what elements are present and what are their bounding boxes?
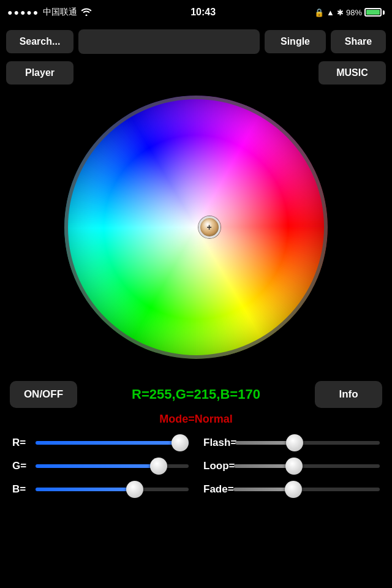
g-slider[interactable] <box>36 464 189 468</box>
crosshair-icon: + <box>206 222 211 232</box>
carrier-label: 中国联通 <box>43 7 77 18</box>
wifi-icon <box>81 7 92 18</box>
music-button[interactable]: MUSIC <box>318 61 386 85</box>
single-button[interactable]: Single <box>265 30 326 53</box>
b-slider[interactable] <box>36 488 189 491</box>
lock-icon: 🔒 <box>314 8 324 17</box>
fade-label: Fade= <box>203 483 228 496</box>
g-label: G= <box>12 460 31 472</box>
time-display: 10:43 <box>190 7 216 18</box>
color-wheel-wrapper[interactable]: + <box>64 96 328 359</box>
b-slider-row: B= <box>12 483 189 496</box>
battery-icon <box>364 8 385 17</box>
loop-slider-row: Loop= <box>203 460 380 472</box>
battery-percent: 98% <box>346 8 362 17</box>
search-button[interactable]: Search... <box>6 30 74 53</box>
flash-slider-row: Flash= <box>203 437 380 449</box>
rgb-values: R=255,G=215,B=170 <box>77 386 315 402</box>
status-right: 🔒 ▲ ✱ 98% <box>314 8 385 17</box>
b-label: B= <box>12 483 31 496</box>
r-slider[interactable] <box>36 441 189 445</box>
sliders-grid: R= Flash= G= Loop= B= Fade= <box>10 437 382 496</box>
loop-slider[interactable] <box>234 464 380 468</box>
loop-label: Loop= <box>203 460 229 472</box>
color-picker-handle[interactable]: + <box>198 216 221 238</box>
share-button[interactable]: Share <box>331 30 386 53</box>
fade-slider-row: Fade= <box>203 483 380 496</box>
rgb-row: ON/OFF R=255,G=215,B=170 Info <box>10 381 382 408</box>
r-slider-row: R= <box>12 437 189 449</box>
middle-button[interactable] <box>78 29 260 54</box>
signal-dots: ●●●●● <box>7 7 39 17</box>
status-bar: ●●●●● 中国联通 10:43 🔒 ▲ ✱ 98% <box>0 0 392 24</box>
color-wheel-container: + <box>0 89 392 371</box>
player-button[interactable]: Player <box>6 61 74 85</box>
fade-slider[interactable] <box>233 488 380 491</box>
color-wheel[interactable] <box>64 96 328 359</box>
g-slider-row: G= <box>12 460 189 472</box>
flash-slider[interactable] <box>235 441 380 445</box>
r-label: R= <box>12 437 31 449</box>
info-button[interactable]: Info <box>315 381 382 408</box>
bottom-section: ON/OFF R=255,G=215,B=170 Info Mode=Norma… <box>0 371 392 496</box>
status-left: ●●●●● 中国联通 <box>7 7 92 18</box>
toolbar-top: Search... Single Share <box>0 24 392 59</box>
toolbar-second: Player MUSIC <box>0 59 392 89</box>
mode-row: Mode=Normal <box>10 413 382 426</box>
location-icon: ▲ <box>326 8 334 17</box>
flash-label: Flash= <box>203 437 230 449</box>
onoff-button[interactable]: ON/OFF <box>10 381 77 408</box>
bluetooth-icon: ✱ <box>337 8 344 17</box>
